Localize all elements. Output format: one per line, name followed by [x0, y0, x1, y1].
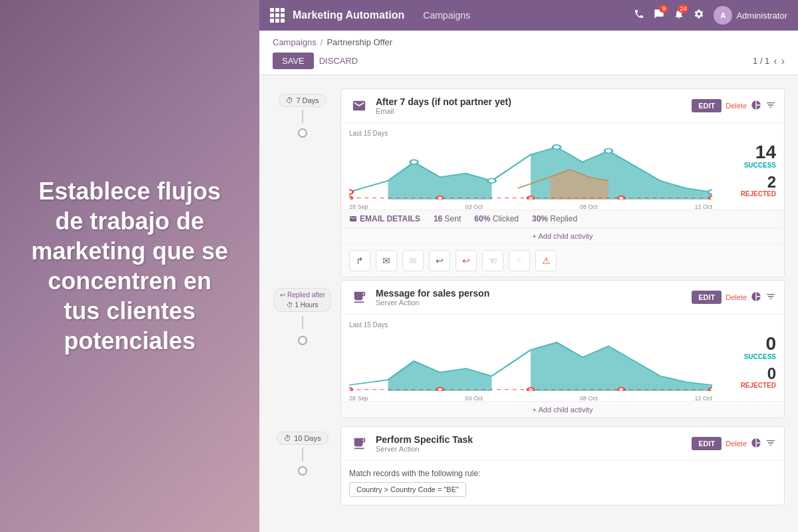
flow-dot-1 — [298, 128, 307, 138]
edit-button-3[interactable]: EDIT — [692, 437, 722, 450]
chart-x-labels-1: 28 Sep 03 Oct 08 Oct 12 Oct — [349, 203, 712, 210]
server-icon-2 — [349, 287, 369, 307]
card-body-3: Match records with the following rule: C… — [341, 461, 784, 505]
replied-label: ↩ Replied after ⏱ 1 Hours — [274, 288, 331, 312]
clock-icon-1: ⏱ — [286, 96, 293, 104]
svg-point-4 — [410, 160, 418, 164]
chart-1: Last 15 Days — [349, 130, 712, 203]
pagination: 1 / 1 ‹ › — [753, 55, 785, 67]
chart-icon-1[interactable] — [751, 100, 761, 112]
user-avatar[interactable]: A Administrator — [714, 6, 787, 25]
activity-card-3: Perform Specific Task Server Action EDIT… — [340, 426, 785, 505]
apps-icon[interactable] — [270, 8, 285, 23]
rejected-num-1: 2 — [723, 174, 776, 190]
clicked-stat: 60% Clicked — [474, 214, 519, 223]
success-num-1: 14 — [723, 143, 776, 162]
flow-row-1: ⏱ 7 Days After 7 days (if not partner ye… — [273, 88, 785, 280]
card-title-2: Message for sales person — [376, 288, 685, 299]
add-child-1[interactable]: + Add child activity — [341, 227, 784, 244]
left-panel: Establece flujos de trabajo de marketing… — [0, 0, 259, 532]
filter-icon-1[interactable] — [765, 100, 776, 112]
discard-button[interactable]: DISCARD — [319, 56, 358, 66]
replied-stat: 30% Replied — [532, 214, 577, 223]
next-button[interactable]: › — [781, 55, 785, 67]
svg-point-3 — [349, 190, 353, 194]
flow-dot-3 — [298, 466, 307, 475]
card-title-1: After 7 days (if not partner yet) — [376, 96, 685, 107]
action-icon-email2[interactable]: ✉ — [402, 250, 424, 271]
sent-stat: 16 Sent — [434, 214, 461, 223]
action-icon-reply2[interactable]: ↩ — [456, 250, 477, 271]
delete-button-2[interactable]: Delete — [726, 293, 747, 301]
replied-connector: ↩ Replied after ⏱ 1 Hours — [273, 280, 332, 345]
chat-badge: 9 — [659, 5, 668, 13]
chat-icon[interactable]: 9 — [654, 9, 664, 22]
add-child-2[interactable]: + Add child activity — [341, 401, 784, 418]
svg-point-6 — [553, 145, 561, 150]
save-button[interactable]: SAVE — [273, 53, 314, 69]
action-icon-reply1[interactable]: ↩ — [429, 250, 450, 271]
action-icon-email1[interactable]: ✉ — [376, 250, 397, 271]
flow-line-1 — [302, 110, 303, 123]
rejected-label-1: REJECTED — [723, 190, 776, 198]
breadcrumb-separator: / — [321, 37, 323, 47]
breadcrumb-current: Partnership Offer — [327, 37, 392, 47]
chart-area-1: Last 15 Days — [341, 123, 784, 209]
svg-point-8 — [708, 190, 712, 194]
topbar-icons: 9 24 A Administrator — [634, 6, 787, 25]
card-actions-2: EDIT Delete — [692, 291, 776, 304]
phone-icon[interactable] — [634, 9, 644, 22]
app-title: Marketing Automation — [293, 9, 404, 21]
chart-stats-1: 14 SUCCESS 2 REJECTED — [723, 130, 776, 203]
action-icon-fork[interactable]: ↱ — [349, 250, 370, 271]
settings-icon[interactable] — [694, 9, 704, 22]
trigger-label-1: ⏱ 7 Days — [279, 94, 326, 107]
right-panel: Marketing Automation Campaigns 9 24 A Ad… — [259, 0, 798, 532]
pagination-info: 1 / 1 — [753, 56, 769, 66]
email-details-label: EMAIL DETAILS — [349, 214, 420, 223]
action-bar: SAVE DISCARD 1 / 1 ‹ › — [273, 53, 785, 74]
rejected-num-2: 0 — [723, 366, 776, 382]
prev-button[interactable]: ‹ — [773, 55, 777, 67]
rule-desc: Match records with the following rule: — [349, 469, 776, 478]
trigger-1: ⏱ 7 Days — [273, 88, 332, 138]
card-title-wrap-1: After 7 days (if not partner yet) Email — [376, 96, 685, 115]
card-title-wrap-3: Perform Specific Task Server Action — [376, 434, 685, 453]
chart-icon-3[interactable] — [751, 438, 761, 450]
server-icon-3 — [349, 434, 369, 454]
chart-icon-2[interactable] — [751, 291, 761, 304]
card-header-2: Message for sales person Server Action E… — [341, 281, 784, 315]
admin-label: Administrator — [736, 11, 787, 21]
edit-button-1[interactable]: EDIT — [692, 99, 722, 112]
trigger-3: ⏱ 10 Days — [273, 426, 332, 475]
main-content: ⏱ 7 Days After 7 days (if not partner ye… — [259, 75, 798, 532]
card-header-1: After 7 days (if not partner yet) Email … — [341, 89, 784, 123]
bell-badge: 24 — [678, 5, 688, 13]
topbar: Marketing Automation Campaigns 9 24 A Ad… — [259, 0, 798, 31]
filter-icon-3[interactable] — [765, 438, 776, 450]
filter-icon-2[interactable] — [765, 291, 776, 304]
bell-icon[interactable]: 24 — [674, 9, 684, 22]
activity-card-1: After 7 days (if not partner yet) Email … — [340, 88, 785, 277]
action-icon-hand1[interactable]: ☜ — [482, 250, 503, 271]
delete-button-1[interactable]: Delete — [726, 102, 747, 110]
topbar-nav-campaigns[interactable]: Campaigns — [423, 10, 470, 21]
email-details-bar: EMAIL DETAILS 16 Sent 60% Clicked 30% Re… — [341, 209, 784, 227]
chart-label-2: Last 15 Days — [349, 321, 712, 329]
breadcrumb: Campaigns / Partnership Offer — [273, 37, 785, 47]
chart-stats-2: 0 SUCCESS 0 REJECTED — [723, 321, 776, 394]
success-num-2: 0 — [723, 334, 776, 353]
action-icon-warning[interactable]: ⚠ — [535, 250, 557, 271]
activity-card-2: Message for sales person Server Action E… — [340, 280, 785, 418]
email-icon — [349, 96, 369, 116]
action-icon-hand2[interactable]: ☜ — [509, 250, 530, 271]
delete-button-3[interactable]: Delete — [726, 440, 747, 448]
flow-line-3 — [302, 448, 303, 461]
card-actions-3: EDIT Delete — [692, 437, 776, 450]
breadcrumb-campaigns[interactable]: Campaigns — [273, 37, 317, 47]
edit-button-2[interactable]: EDIT — [692, 291, 722, 304]
svg-point-5 — [488, 179, 496, 184]
card-subtitle-3: Server Action — [376, 445, 685, 453]
chart-x-labels-2: 28 Sep 03 Oct 08 Oct 12 Oct — [349, 395, 712, 402]
card-title-wrap-2: Message for sales person Server Action — [376, 288, 685, 307]
